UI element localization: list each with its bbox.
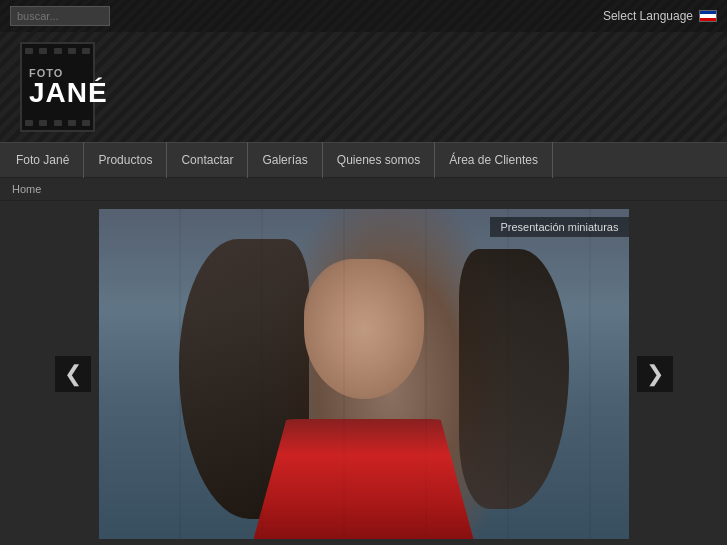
nav-item-foto-jane[interactable]: Foto Jané — [10, 142, 84, 178]
nav-item-galerias[interactable]: Galerías — [248, 142, 322, 178]
slideshow-image: Presentación miniaturas — [99, 209, 629, 539]
film-hole — [39, 120, 47, 126]
main-content: ❮ Presentación miniaturas ❯ — [0, 201, 727, 545]
slideshow-next-button[interactable]: ❯ — [637, 356, 673, 392]
flag-icon — [699, 10, 717, 22]
film-hole — [54, 120, 62, 126]
nav-item-productos[interactable]: Productos — [84, 142, 167, 178]
breadcrumb: Home — [0, 178, 727, 201]
logo-jane: JANÉ — [29, 79, 108, 107]
logo[interactable]: FOTO JANÉ — [20, 42, 95, 132]
header: FOTO JANÉ — [0, 32, 727, 142]
photo-wall-texture — [99, 209, 629, 539]
slideshow-caption: Presentación miniaturas — [490, 217, 628, 237]
film-hole — [82, 120, 90, 126]
breadcrumb-home[interactable]: Home — [12, 183, 41, 195]
search-input[interactable] — [10, 6, 110, 26]
top-bar: Select Language — [0, 0, 727, 32]
film-holes-bottom — [25, 120, 90, 126]
film-hole — [68, 120, 76, 126]
logo-text-area: FOTO JANÉ — [25, 54, 90, 120]
nav-item-contactar[interactable]: Contactar — [167, 142, 248, 178]
nav-item-quienes-somos[interactable]: Quienes somos — [323, 142, 435, 178]
nav-item-area-clientes[interactable]: Área de Clientes — [435, 142, 553, 178]
slideshow-container: ❮ Presentación miniaturas ❯ — [99, 209, 629, 539]
language-label: Select Language — [603, 9, 693, 23]
nav-bar: Foto Jané Productos Contactar Galerías Q… — [0, 142, 727, 178]
language-selector[interactable]: Select Language — [603, 9, 717, 23]
slideshow-prev-button[interactable]: ❮ — [55, 356, 91, 392]
film-hole — [25, 120, 33, 126]
